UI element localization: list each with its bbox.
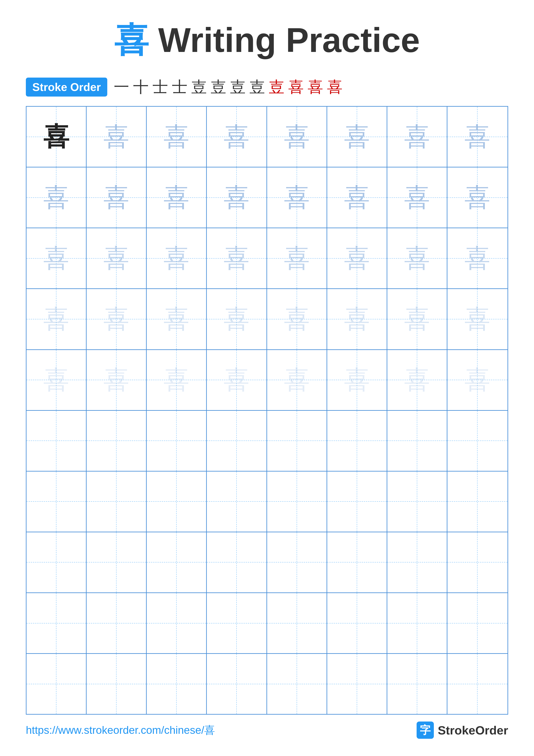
grid-cell[interactable] — [207, 532, 267, 592]
grid-cell[interactable]: 喜 — [147, 289, 207, 349]
grid-cell[interactable] — [147, 532, 207, 592]
grid-cell[interactable]: 喜 — [327, 350, 387, 410]
practice-char: 喜 — [465, 367, 490, 393]
grid-cell[interactable] — [147, 654, 207, 714]
grid-cell[interactable] — [327, 411, 387, 471]
grid-cell[interactable]: 喜 — [27, 228, 87, 288]
page-title: 喜 Writing Practice — [114, 21, 420, 59]
grid-cell[interactable] — [327, 472, 387, 532]
practice-char: 喜 — [404, 306, 430, 332]
grid-cell[interactable]: 喜 — [447, 168, 507, 228]
grid-cell[interactable] — [447, 532, 507, 592]
grid-cell[interactable] — [147, 411, 207, 471]
grid-cell[interactable] — [267, 654, 327, 714]
footer: https://www.strokeorder.com/chinese/喜 字 … — [0, 721, 534, 739]
grid-cell[interactable]: 喜 — [207, 289, 267, 349]
grid-cell[interactable] — [267, 411, 327, 471]
grid-cell[interactable]: 喜 — [267, 168, 327, 228]
grid-cell[interactable] — [87, 654, 147, 714]
grid-cell[interactable] — [27, 472, 87, 532]
grid-cell[interactable]: 喜 — [207, 350, 267, 410]
grid-cell[interactable]: 喜 — [207, 168, 267, 228]
grid-cell[interactable]: 喜 — [267, 228, 327, 288]
grid-cell[interactable]: 喜 — [387, 168, 447, 228]
grid-cell[interactable]: 喜 — [87, 350, 147, 410]
grid-cell[interactable]: 喜 — [207, 228, 267, 288]
grid-cell[interactable] — [447, 411, 507, 471]
grid-cell[interactable] — [207, 411, 267, 471]
grid-cell[interactable]: 喜 — [327, 228, 387, 288]
practice-char: 喜 — [224, 367, 249, 393]
grid-cell[interactable] — [87, 532, 147, 592]
grid-cell[interactable] — [87, 593, 147, 653]
grid-cell[interactable]: 喜 — [87, 107, 147, 167]
brand-icon: 字 — [417, 721, 434, 739]
grid-cell[interactable]: 喜 — [447, 289, 507, 349]
practice-char: 喜 — [103, 367, 129, 393]
grid-cell[interactable]: 喜 — [207, 107, 267, 167]
practice-char: 喜 — [344, 124, 370, 150]
grid-cell[interactable]: 喜 — [267, 289, 327, 349]
grid-cell[interactable]: 喜 — [147, 168, 207, 228]
stroke-char-6: 壴 — [211, 77, 226, 97]
grid-cell[interactable]: 喜 — [387, 350, 447, 410]
grid-cell[interactable]: 喜 — [387, 228, 447, 288]
grid-cell[interactable] — [147, 472, 207, 532]
grid-cell[interactable] — [327, 654, 387, 714]
grid-cell[interactable] — [387, 411, 447, 471]
grid-cell[interactable]: 喜 — [147, 228, 207, 288]
grid-cell[interactable]: 喜 — [327, 289, 387, 349]
grid-cell[interactable]: 喜 — [267, 107, 327, 167]
practice-char: 喜 — [344, 306, 370, 332]
grid-cell[interactable] — [267, 532, 327, 592]
grid-cell[interactable]: 喜 — [27, 350, 87, 410]
grid-cell[interactable]: 喜 — [87, 228, 147, 288]
grid-cell[interactable] — [207, 654, 267, 714]
grid-cell[interactable]: 喜 — [447, 350, 507, 410]
grid-cell[interactable] — [387, 532, 447, 592]
grid-row-6 — [27, 411, 507, 472]
grid-cell[interactable] — [207, 472, 267, 532]
grid-cell[interactable]: 喜 — [327, 168, 387, 228]
grid-cell[interactable]: 喜 — [147, 350, 207, 410]
grid-cell[interactable] — [327, 532, 387, 592]
grid-cell[interactable]: 喜 — [387, 107, 447, 167]
grid-cell[interactable] — [447, 593, 507, 653]
brand-name: StrokeOrder — [438, 723, 508, 737]
grid-cell[interactable]: 喜 — [447, 228, 507, 288]
practice-char: 喜 — [284, 367, 310, 393]
grid-cell[interactable]: 喜 — [87, 289, 147, 349]
grid-cell[interactable] — [207, 593, 267, 653]
stroke-char-12: 喜 — [327, 77, 343, 97]
grid-cell[interactable]: 喜 — [87, 168, 147, 228]
grid-cell[interactable] — [27, 411, 87, 471]
grid-cell[interactable] — [87, 411, 147, 471]
grid-cell[interactable] — [387, 654, 447, 714]
practice-grid: 喜 喜 喜 喜 喜 喜 喜 喜 喜 喜 喜 — [26, 106, 508, 715]
grid-cell[interactable]: 喜 — [27, 168, 87, 228]
grid-cell[interactable] — [147, 593, 207, 653]
grid-cell[interactable]: 喜 — [147, 107, 207, 167]
grid-cell[interactable] — [27, 654, 87, 714]
grid-cell[interactable]: 喜 — [327, 107, 387, 167]
grid-cell[interactable] — [447, 472, 507, 532]
grid-cell[interactable] — [27, 532, 87, 592]
grid-cell[interactable]: 喜 — [27, 107, 87, 167]
grid-cell[interactable] — [447, 654, 507, 714]
grid-cell[interactable] — [387, 593, 447, 653]
grid-cell[interactable]: 喜 — [27, 289, 87, 349]
practice-char: 喜 — [404, 185, 430, 210]
practice-char: 喜 — [164, 306, 189, 332]
grid-cell[interactable] — [387, 472, 447, 532]
grid-cell[interactable] — [267, 472, 327, 532]
grid-cell[interactable] — [327, 593, 387, 653]
practice-char: 喜 — [404, 367, 430, 393]
grid-cell[interactable] — [27, 593, 87, 653]
grid-cell[interactable]: 喜 — [387, 289, 447, 349]
grid-cell[interactable] — [267, 593, 327, 653]
practice-char: 喜 — [43, 245, 69, 271]
grid-cell[interactable] — [87, 472, 147, 532]
grid-cell[interactable]: 喜 — [267, 350, 327, 410]
grid-cell[interactable]: 喜 — [447, 107, 507, 167]
grid-row-2: 喜 喜 喜 喜 喜 喜 喜 喜 — [27, 168, 507, 228]
